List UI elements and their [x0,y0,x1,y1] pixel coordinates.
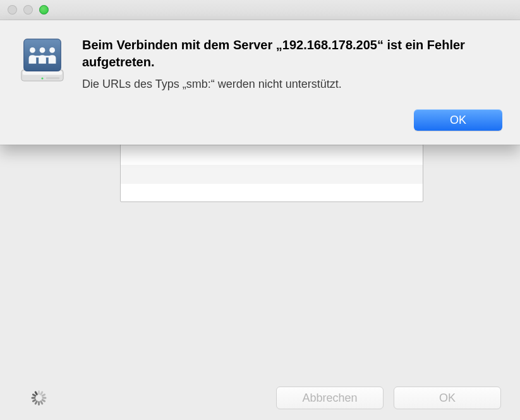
minimize-window-button[interactable] [23,5,33,15]
error-alert-sheet: Beim Verbinden mit dem Server „192.168.1… [0,20,520,145]
list-item-empty [121,146,423,165]
svg-rect-4 [24,39,61,71]
close-window-button[interactable] [8,5,17,15]
svg-rect-9 [44,56,51,57]
alert-title: Beim Verbinden mit dem Server „192.168.1… [82,37,502,71]
list-item-empty [121,184,423,202]
network-share-volume-icon [18,35,67,85]
cancel-button: Abbrechen [276,387,384,409]
zoom-window-button[interactable] [39,5,49,15]
alert-message: Die URLs des Typs „smb:“ werden nicht un… [82,77,502,92]
ok-button: OK [394,387,501,409]
window-titlebar [0,0,520,20]
svg-rect-1 [23,71,62,75]
alert-ok-button[interactable]: OK [414,109,502,131]
list-item-empty [121,165,423,184]
loading-spinner-icon [30,390,47,406]
svg-point-2 [42,78,44,80]
dialog-footer: Abbrechen OK [0,376,520,420]
svg-rect-8 [34,56,40,57]
svg-point-6 [40,47,45,53]
svg-rect-3 [46,77,59,79]
svg-point-5 [30,47,35,53]
svg-point-7 [49,47,55,53]
